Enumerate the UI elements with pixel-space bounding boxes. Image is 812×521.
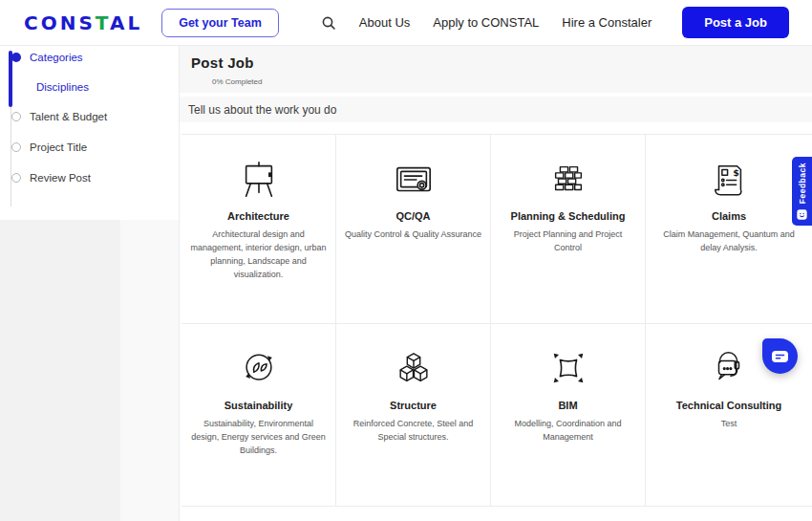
sidebar-step-project-title[interactable]: Project Title	[11, 141, 87, 153]
chat-launcher-button[interactable]	[762, 338, 798, 374]
step-label: Categories	[30, 52, 83, 63]
progress-status: 0% Completed	[212, 77, 812, 86]
category-card-sustainability[interactable]: Sustainability Sustainability, Environme…	[182, 324, 336, 506]
category-description: Quality Control & Quality Assurance	[344, 228, 482, 241]
step-dot-filled	[11, 53, 21, 62]
logo-text: CONS	[24, 11, 96, 34]
category-card-qcqa[interactable]: QC/QA Quality Control & Quality Assuranc…	[336, 135, 491, 324]
category-card-structure[interactable]: Structure Reinforced Concrete, Steel and…	[336, 324, 491, 506]
category-description: Sustainability, Environmental design, En…	[189, 417, 328, 457]
post-a-job-button[interactable]: Post a Job	[682, 7, 789, 38]
page-title: Post Job	[191, 54, 812, 71]
post-job-header: Post Job 0% Completed	[180, 46, 812, 93]
category-description: Test	[657, 417, 801, 430]
step-label: Talent & Budget	[30, 111, 107, 122]
category-name: Sustainability	[189, 400, 328, 411]
category-card-architecture[interactable]: Architecture Architectural design and ma…	[182, 135, 336, 324]
logo-text-green: T	[96, 11, 110, 34]
category-description: Project Planning and Project Control	[499, 228, 637, 254]
step-dot-empty	[11, 142, 21, 152]
logo-text: AL	[110, 11, 142, 34]
category-name: Architecture	[189, 210, 328, 222]
category-description: Modelling, Coordination and Management	[499, 417, 637, 444]
category-name: Claims	[653, 210, 804, 222]
easel-icon	[237, 160, 281, 200]
category-card-planning-scheduling[interactable]: Planning & Scheduling Project Planning a…	[491, 135, 646, 324]
category-name: Structure	[344, 400, 482, 411]
feedback-label: Feedback	[798, 163, 807, 204]
step-label: Project Title	[30, 141, 87, 153]
nav-link-apply[interactable]: Apply to CONSTAL	[433, 15, 539, 30]
sidebar-step-categories[interactable]: Categories	[11, 52, 83, 63]
sidebar-shade-panel-light	[120, 220, 179, 521]
step-label: Review Post	[30, 172, 91, 184]
nav-link-about-us[interactable]: About Us	[359, 15, 410, 30]
sidebar-step-talent-budget[interactable]: Talent & Budget	[11, 111, 107, 122]
step-dot-empty	[11, 112, 21, 121]
category-description: Reinforced Concrete, Steel and Special s…	[344, 417, 482, 444]
category-grid: Architecture Architectural design and ma…	[182, 134, 812, 507]
category-card-bim[interactable]: BIM Modelling, Coordination and Manageme…	[491, 324, 646, 506]
category-name: QC/QA	[344, 210, 482, 222]
category-description: Architectural design and management, int…	[189, 228, 328, 281]
headset-icon	[707, 349, 751, 389]
main-content: Post Job 0% Completed Tell us about the …	[180, 46, 812, 521]
category-card-claims[interactable]: $ Claims Claim Management, Quantum and d…	[646, 135, 812, 324]
category-name: BIM	[499, 400, 637, 411]
svg-text:$: $	[733, 167, 739, 178]
category-name: Planning & Scheduling	[499, 210, 637, 222]
eco-cycle-icon	[237, 349, 281, 389]
sidebar-substep-disciplines[interactable]: Disciplines	[36, 81, 89, 93]
section-prompt: Tell us about the work you do	[180, 97, 812, 122]
sidebar-step-review-post[interactable]: Review Post	[11, 172, 91, 184]
get-your-team-button[interactable]: Get your Team	[161, 9, 279, 37]
chat-bubble-icon	[771, 350, 789, 363]
category-description: Claim Management, Quantum and delay Anal…	[657, 228, 801, 254]
cubes-icon	[392, 349, 436, 389]
invoice-icon: $	[707, 160, 751, 200]
feedback-smiley-icon	[797, 209, 807, 220]
certificate-icon	[392, 160, 436, 200]
nav-link-hire[interactable]: Hire a Constaler	[562, 15, 652, 30]
top-navbar: CONSTAL Get your Team About Us Apply to …	[0, 0, 812, 46]
search-icon[interactable]	[321, 15, 336, 31]
bricks-icon	[546, 160, 590, 200]
constal-logo[interactable]: CONSTAL	[24, 11, 142, 34]
feedback-tab[interactable]: Feedback	[792, 157, 812, 226]
sidebar-shade-panel	[0, 220, 120, 521]
model-icon	[546, 349, 590, 389]
category-name: Technical Consulting	[653, 400, 804, 411]
step-dot-empty	[11, 173, 21, 183]
steps-sidebar: Categories Disciplines Talent & Budget P…	[0, 46, 180, 521]
